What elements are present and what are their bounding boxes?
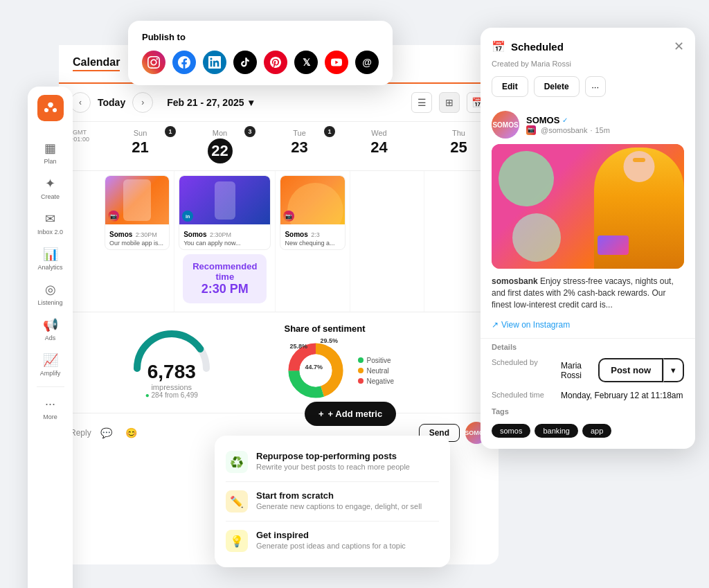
day-headers: GMT +01:00 Sun 21 1 Mon 22 3 Tue 23 1 We… <box>59 122 499 171</box>
post-name-tue: Somos <box>285 231 307 238</box>
sentiment-title: Share of sentiment <box>285 323 488 334</box>
post-now-button[interactable]: Post now <box>598 358 663 382</box>
impressions-sub: ● 284 from 6,499 <box>70 391 273 399</box>
linkedin-icon[interactable] <box>203 51 226 74</box>
post-now-wrap: Post now ▾ <box>598 358 684 382</box>
svg-line-3 <box>47 106 48 109</box>
tags-label: Tags <box>481 404 695 418</box>
post-card-mon[interactable]: in Somos 2:30PM You can apply now... <box>179 175 271 250</box>
post-thumb-sun: 📷 <box>105 176 169 224</box>
details-label: Details <box>481 338 695 354</box>
sidebar-amplify-label: Amplify <box>40 370 61 377</box>
pinterest-icon[interactable] <box>264 51 287 74</box>
grid-view-button[interactable]: ⊞ <box>439 92 460 113</box>
view-on-instagram-link[interactable]: ↗ View on Instagram <box>481 317 695 335</box>
scheduled-by-value: Maria Rossi <box>561 361 598 380</box>
ai-scratch-item[interactable]: ✏️ Start from scratch Generate new capti… <box>215 482 450 521</box>
threads-icon[interactable]: @ <box>355 51 379 74</box>
sidebar-item-analytics[interactable]: 📊 Analytics <box>28 241 73 276</box>
repurpose-title: Repurpose top-performing posts <box>256 451 410 461</box>
sidebar-ads-label: Ads <box>45 335 56 341</box>
mon-post-cell: in Somos 2:30PM You can apply now... Rec… <box>174 171 276 312</box>
posts-row: 📷 Somos 2:30PM Our mobile app is... <box>59 171 499 312</box>
post-time-ago: 15m <box>595 126 609 134</box>
tag-app[interactable]: app <box>582 424 611 438</box>
close-button[interactable]: ✕ <box>674 39 684 54</box>
impressions-gauge: 6,783 impressions ● 284 from 6,499 <box>70 323 273 402</box>
post-now-section: Maria Rossi Post now ▾ <box>561 358 684 382</box>
add-metric-button[interactable]: + + Add metric <box>305 402 396 426</box>
post-now-chevron-button[interactable]: ▾ <box>663 358 684 382</box>
post-card-sun[interactable]: 📷 Somos 2:30PM Our mobile app is... <box>105 175 170 250</box>
day-header-tue: Tue 23 1 <box>260 122 339 170</box>
date-range-picker[interactable]: Feb 21 - 27, 2025 ▾ <box>167 97 253 108</box>
sidebar-item-ads[interactable]: 📢 Ads <box>28 312 73 347</box>
recommended-time-value: 2:30 PM <box>192 282 257 296</box>
next-week-button[interactable]: › <box>132 92 153 113</box>
post-text-mon: You can apply now... <box>183 240 266 247</box>
sidebar-item-listening[interactable]: ◎ Listening <box>28 276 73 312</box>
scheduled-time-row: Scheduled time Monday, February 12 at 11… <box>481 386 695 404</box>
sidebar-item-amplify[interactable]: 📈 Amplify <box>28 347 73 382</box>
tiktok-icon[interactable] <box>233 51 257 74</box>
app-logo[interactable] <box>37 95 64 121</box>
scheduled-time-value: Monday, February 12 at 11:18am <box>561 391 684 400</box>
facebook-icon[interactable] <box>172 51 196 74</box>
instagram-icon[interactable] <box>142 51 165 74</box>
svg-point-0 <box>48 103 53 108</box>
post-time-sun: 2:30PM <box>136 231 157 238</box>
emoji-icon-button[interactable]: 😊 <box>122 423 141 443</box>
scheduled-header: 📅 Scheduled ✕ <box>481 28 695 60</box>
tue-badge: 1 <box>324 126 335 137</box>
inbox-icon: ✉ <box>45 211 55 226</box>
profile-row: SOMOS SOMOS ✓ 📷 @somosbank · 15m <box>481 105 695 144</box>
x-twitter-icon[interactable]: 𝕏 <box>294 51 318 74</box>
impressions-value: 6,783 <box>70 361 273 383</box>
ai-repurpose-item[interactable]: ♻️ Repurpose top-performing posts Rewrit… <box>215 443 450 481</box>
delete-button[interactable]: Delete <box>534 76 580 97</box>
sidebar-item-create[interactable]: ✦ Create <box>28 170 73 206</box>
today-button[interactable]: Today <box>98 97 125 108</box>
post-card-tue[interactable]: 📷 Somos 2:3 New chequing a... <box>280 175 345 250</box>
repurpose-subtitle: Rewrite your best posts to reach more pe… <box>256 463 410 471</box>
edit-button[interactable]: Edit <box>492 76 528 97</box>
sidebar-item-more[interactable]: ··· More <box>28 391 73 426</box>
donut-wrap: Positive Neutral Negative <box>285 339 488 402</box>
svg-point-8 <box>299 355 332 387</box>
post-image-inner <box>492 144 684 269</box>
tag-banking[interactable]: banking <box>535 424 578 438</box>
svg-line-4 <box>53 106 54 109</box>
instagram-link[interactable]: ↗ View on Instagram <box>492 320 684 330</box>
scheduled-by-row: Scheduled by Maria Rossi Post now ▾ <box>481 354 695 386</box>
create-icon: ✦ <box>45 176 55 191</box>
calendar-tab[interactable]: Calendar <box>73 56 120 71</box>
list-view-button[interactable]: ☰ <box>411 92 432 113</box>
post-thumb-tue: 📷 <box>280 176 344 224</box>
day-header-sun: Sun 21 1 <box>100 122 180 170</box>
sidebar-item-inbox[interactable]: ✉ Inbox 2.0 <box>28 206 73 241</box>
wed-post-cell <box>350 171 424 312</box>
calendar-nav: ‹ Today › Feb 21 - 27, 2025 ▾ ☰ ⊞ 📅 <box>59 84 499 122</box>
profile-name: SOMOS <box>526 115 559 125</box>
more-options-button[interactable]: ··· <box>585 76 606 97</box>
social-icons-row: 𝕏 @ <box>142 51 379 74</box>
prev-week-button[interactable]: ‹ <box>70 92 91 113</box>
neutral-dot <box>358 368 364 373</box>
mon-badge: 3 <box>244 126 255 137</box>
sentiment-chart: Share of sentiment Positi <box>285 323 488 402</box>
legend-negative: Negative <box>358 377 394 385</box>
analytics-icon: 📊 <box>43 247 58 262</box>
ai-inspired-item[interactable]: 💡 Get inspired Generate post ideas and c… <box>215 522 450 560</box>
day-header-mon: Mon 22 3 <box>180 122 260 170</box>
youtube-icon[interactable] <box>325 51 348 74</box>
post-time-tue: 2:3 <box>311 231 320 238</box>
ig-platform-icon: 📷 <box>108 211 119 222</box>
sun-post-cell: 📷 Somos 2:30PM Our mobile app is... <box>100 171 174 312</box>
sidebar-divider <box>37 386 64 387</box>
scratch-subtitle: Generate new captions to engage, delight… <box>256 502 422 510</box>
recommended-time-box: Recommended time 2:30 PM <box>183 254 267 303</box>
chat-icon-button[interactable]: 💬 <box>97 423 116 443</box>
inspired-icon: 💡 <box>226 530 248 552</box>
tag-somos[interactable]: somos <box>492 424 530 438</box>
sidebar-item-plan[interactable]: ▦ Plan <box>28 135 73 170</box>
